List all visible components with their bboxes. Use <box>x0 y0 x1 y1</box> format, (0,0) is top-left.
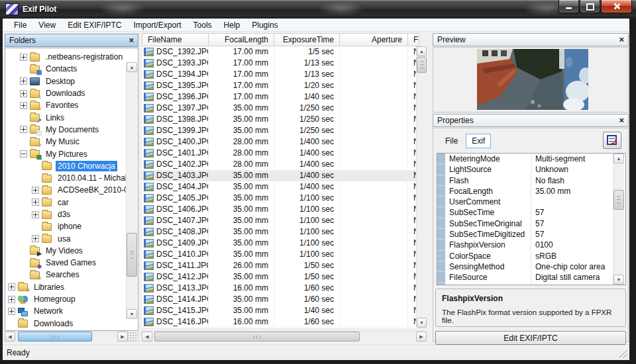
expand-toggle-icon[interactable] <box>20 90 27 97</box>
table-row[interactable]: DSC_1416.JPG16.00 mm1/60 secN <box>142 316 417 328</box>
scroll-up-icon[interactable]: ▲ <box>417 46 427 56</box>
tree-item-netbeans-registration[interactable]: .netbeans-registration <box>5 51 127 63</box>
tree-item-d3s[interactable]: d3s <box>5 208 127 220</box>
table-row[interactable]: DSC_1408.JPG35.00 mm1/100 secN <box>142 226 417 238</box>
folders-vscroll-thumb[interactable] <box>127 233 137 277</box>
expand-toggle-icon[interactable] <box>20 77 27 85</box>
expand-toggle-icon[interactable] <box>8 308 15 315</box>
table-row[interactable]: DSC_1410.JPG35.00 mm1/100 secN <box>142 249 417 260</box>
tree-item-my-documents[interactable]: ▤My Documents <box>5 124 127 136</box>
tree-item-links[interactable]: ↗Links <box>5 111 127 123</box>
property-row[interactable]: FlashpixVersion0100 <box>437 240 625 250</box>
table-row[interactable]: DSC_1406.JPG35.00 mm1/100 secN <box>142 204 417 215</box>
table-row[interactable]: DSC_1393.JPG17.00 mm1/13 secN <box>142 58 417 69</box>
tab-exif[interactable]: Exif <box>466 134 491 148</box>
column-header-exposuretime[interactable]: ExposureTime <box>274 33 340 46</box>
column-header-filename[interactable]: FileName <box>142 33 209 46</box>
property-row[interactable]: ColorSpacesRGB <box>437 251 625 261</box>
table-row[interactable]: DSC_1409.JPG35.00 mm1/100 secN <box>142 238 417 249</box>
property-row[interactable]: FileSourceDigital still camera <box>437 272 625 283</box>
property-row[interactable]: SensingMethodOne-chip color area <box>437 261 625 272</box>
table-row[interactable]: DSC_1397.JPG35.00 mm1/250 secN <box>142 103 417 114</box>
minimize-button[interactable] <box>558 0 579 13</box>
expand-toggle-icon[interactable] <box>20 54 27 61</box>
property-row[interactable]: SceneTypeDirectly photographed <box>437 283 625 285</box>
menu-item-import-export[interactable]: Import/Export <box>128 19 187 31</box>
table-row[interactable]: DSC_1394.JPG17.00 mm1/13 secN <box>142 69 417 80</box>
scroll-right-icon[interactable]: ▶ <box>117 332 128 341</box>
menu-item-tools[interactable]: Tools <box>187 19 218 31</box>
filelist-horizontal-scrollbar[interactable]: ◀ ▶ <box>142 331 427 342</box>
property-row[interactable]: SubSecTimeOriginal57 <box>437 218 625 229</box>
table-row[interactable]: DSC_1392.JPG17.00 mm1/5 secN <box>142 46 417 58</box>
tree-item-acdseebk-2010-08[interactable]: ACDSeeBK_2010-08 <box>5 184 127 196</box>
properties-close-icon[interactable]: × <box>619 116 624 124</box>
filelist-vscroll-thumb[interactable] <box>417 57 427 73</box>
table-row[interactable]: DSC_1403.JPG35.00 mm1/400 secN <box>142 170 417 181</box>
table-row[interactable]: DSC_1400.JPG28.00 mm1/400 secN <box>142 136 417 148</box>
folders-hscroll-thumb[interactable] <box>18 332 92 341</box>
table-row[interactable]: DSC_1395.JPG17.00 mm1/20 secN <box>142 80 417 91</box>
table-row[interactable]: DSC_1399.JPG35.00 mm1/250 secN <box>142 125 417 136</box>
table-row[interactable]: DSC_1404.JPG35.00 mm1/400 secN <box>142 181 417 193</box>
property-row[interactable]: LightSourceUnknown <box>437 164 625 175</box>
tree-item-downloads[interactable]: ↓Downloads <box>5 87 127 99</box>
maximize-button[interactable] <box>580 0 600 13</box>
close-button[interactable] <box>601 0 632 13</box>
table-row[interactable]: DSC_1405.JPG35.00 mm1/100 secN <box>142 193 417 204</box>
tree-item-favorites[interactable]: ★Favorites <box>5 99 127 111</box>
property-row[interactable]: FocalLength35.00 mm <box>437 186 625 197</box>
scroll-right-icon[interactable]: ▶ <box>416 332 427 341</box>
expand-toggle-icon[interactable] <box>20 126 27 133</box>
menu-item-help[interactable]: Help <box>218 19 246 31</box>
table-row[interactable]: DSC_1402.JPG28.00 mm1/400 secN <box>142 159 417 170</box>
property-row[interactable]: SubSecTimeDigitized57 <box>437 229 625 240</box>
table-row[interactable]: DSC_1396.JPG17.00 mm1/40 secN <box>142 91 417 103</box>
folders-horizontal-scrollbar[interactable]: ◀ ▶ <box>5 331 128 342</box>
scroll-down-icon[interactable]: ▼ <box>613 275 624 285</box>
folders-resize-grip[interactable] <box>128 332 138 342</box>
tree-item-network[interactable]: Network <box>5 305 127 317</box>
property-row[interactable]: UserComment <box>437 197 625 207</box>
table-row[interactable]: DSC_1401.JPG28.00 mm1/400 secN <box>142 148 417 159</box>
preview-close-icon[interactable]: × <box>619 36 624 44</box>
tree-item-homegroup[interactable]: Homegroup <box>5 293 127 305</box>
menu-item-file[interactable]: File <box>8 19 32 31</box>
expand-toggle-icon[interactable] <box>20 102 27 109</box>
expand-toggle-icon[interactable] <box>8 283 15 291</box>
table-row[interactable]: DSC_1413.JPG16.00 mm1/60 secN <box>142 283 417 294</box>
tree-item-libraries[interactable]: ≡Libraries <box>5 281 127 293</box>
property-row[interactable]: SubSecTime57 <box>437 207 625 218</box>
tree-item-iphone[interactable]: iphone <box>5 220 127 232</box>
filelist-hscroll-thumb[interactable] <box>154 332 360 341</box>
menu-item-view[interactable]: View <box>32 19 62 31</box>
window-resize-grip[interactable] <box>619 349 627 358</box>
scroll-up-icon[interactable]: ▲ <box>127 62 137 72</box>
edit-properties-button[interactable] <box>603 132 621 149</box>
scroll-left-icon[interactable]: ◀ <box>142 332 152 341</box>
filelist-vertical-scrollbar[interactable]: ▲ ▼ <box>416 46 427 328</box>
tree-item-car[interactable]: car <box>5 197 127 208</box>
expand-toggle-icon[interactable] <box>32 235 39 242</box>
scroll-down-icon[interactable]: ▼ <box>417 318 427 328</box>
property-row[interactable]: FlashNo flash <box>437 175 625 186</box>
expand-toggle-icon[interactable] <box>32 199 39 206</box>
table-row[interactable]: DSC_1414.JPG35.00 mm1/60 secN <box>142 294 417 305</box>
table-row[interactable]: DSC_1415.JPG35.00 mm1/40 secN <box>142 305 417 316</box>
properties-vertical-scrollbar[interactable]: ▲ ▼ <box>613 154 624 285</box>
column-header-aperture[interactable]: Aperture <box>340 33 408 46</box>
tree-item-2010-04-11-michal[interactable]: 2010.04.11 - Michal <box>5 172 127 184</box>
tree-item-downloads[interactable]: Downloads <box>5 318 127 330</box>
expand-toggle-icon[interactable] <box>8 296 15 303</box>
folders-vertical-scrollbar[interactable]: ▲ ▼ <box>126 62 137 319</box>
tree-item-desktop[interactable]: Desktop <box>5 75 127 87</box>
tree-item-2010-chorwacja[interactable]: 2010 Chorwacja <box>5 160 127 172</box>
expand-toggle-icon[interactable] <box>32 187 39 194</box>
table-row[interactable]: DSC_1412.JPG35.00 mm1/50 secN <box>142 271 417 283</box>
folders-close-icon[interactable]: × <box>129 36 134 44</box>
tree-item-usa[interactable]: usa <box>5 232 127 244</box>
tree-item-my-pictures[interactable]: ▦My Pictures <box>5 148 127 159</box>
column-header-focallength[interactable]: FocalLength <box>209 33 274 46</box>
table-row[interactable]: DSC_1407.JPG35.00 mm1/100 secN <box>142 215 417 226</box>
scroll-up-icon[interactable]: ▲ <box>613 154 624 163</box>
